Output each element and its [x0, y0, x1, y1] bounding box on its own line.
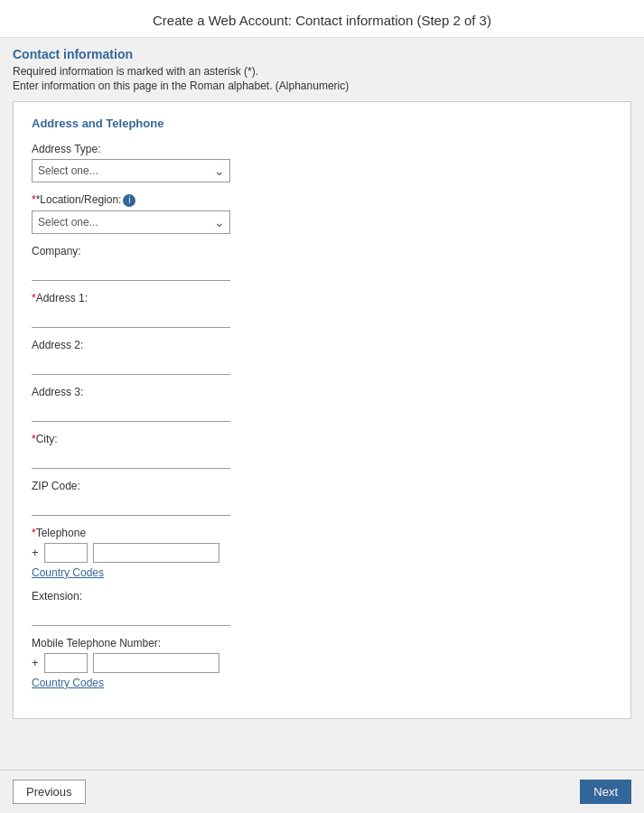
telephone-label: *Telephone — [32, 527, 612, 539]
address-type-select-wrapper: Select one... Home Business Other ⌄ — [32, 159, 230, 182]
section-title: Contact information — [13, 47, 631, 61]
mobile-telephone-group: Mobile Telephone Number: + Country Codes — [32, 637, 612, 689]
address3-group: Address 3: — [32, 386, 612, 422]
mobile-telephone-row: + — [32, 653, 612, 673]
zip-input[interactable] — [32, 496, 230, 516]
address2-input[interactable] — [32, 355, 230, 375]
location-info-icon[interactable]: i — [123, 194, 135, 207]
mobile-country-code-input[interactable] — [44, 653, 88, 673]
location-region-group: **Location/Region:i Select one... United… — [32, 193, 612, 234]
telephone-country-code-input[interactable] — [44, 543, 88, 563]
city-input[interactable] — [32, 449, 230, 469]
mobile-plus-sign: + — [32, 656, 39, 669]
address2-group: Address 2: — [32, 339, 612, 375]
address1-label: *Address 1: — [32, 292, 612, 304]
company-input[interactable] — [32, 261, 230, 281]
address1-input[interactable] — [32, 308, 230, 328]
address-type-select[interactable]: Select one... Home Business Other — [32, 159, 230, 182]
form-card: Address and Telephone Address Type: Sele… — [13, 101, 631, 719]
address-type-label: Address Type: — [32, 143, 612, 155]
location-region-select-wrapper: Select one... United States Canada Unite… — [32, 210, 230, 234]
address1-group: *Address 1: — [32, 292, 612, 328]
city-group: *City: — [32, 433, 612, 469]
mobile-telephone-label: Mobile Telephone Number: — [32, 637, 612, 649]
previous-button[interactable]: Previous — [13, 780, 86, 804]
extension-label: Extension: — [32, 590, 612, 603]
city-label: *City: — [32, 433, 612, 445]
telephone-row: + — [32, 543, 612, 563]
address2-label: Address 2: — [32, 339, 612, 351]
zip-group: ZIP Code: — [32, 480, 612, 516]
zip-label: ZIP Code: — [32, 480, 612, 492]
extension-input[interactable] — [32, 606, 230, 626]
address3-input[interactable] — [32, 402, 230, 422]
telephone-plus-sign: + — [32, 546, 39, 559]
extension-group: Extension: — [32, 590, 612, 626]
required-note: Required information is marked with an a… — [13, 65, 631, 78]
bottom-bar: Previous Next — [0, 770, 644, 813]
company-group: Company: — [32, 245, 612, 281]
roman-note: Enter information on this page in the Ro… — [13, 79, 631, 92]
telephone-group: *Telephone + Country Codes — [32, 527, 612, 579]
telephone-number-input[interactable] — [93, 543, 219, 563]
page-title: Create a Web Account: Contact informatio… — [153, 13, 491, 28]
location-region-label: **Location/Region:i — [32, 193, 612, 207]
address-type-group: Address Type: Select one... Home Busines… — [32, 143, 612, 182]
next-button[interactable]: Next — [580, 780, 631, 804]
mobile-country-codes-link[interactable]: Country Codes — [32, 677, 612, 689]
company-label: Company: — [32, 245, 612, 257]
required-star-city: * — [32, 433, 36, 445]
mobile-number-input[interactable] — [93, 653, 219, 673]
required-star-tel: * — [32, 527, 36, 539]
card-title: Address and Telephone — [32, 117, 612, 130]
required-star-addr1: * — [32, 292, 36, 304]
location-region-select[interactable]: Select one... United States Canada Unite… — [32, 210, 230, 234]
telephone-country-codes-link[interactable]: Country Codes — [32, 566, 612, 579]
address3-label: Address 3: — [32, 386, 612, 398]
